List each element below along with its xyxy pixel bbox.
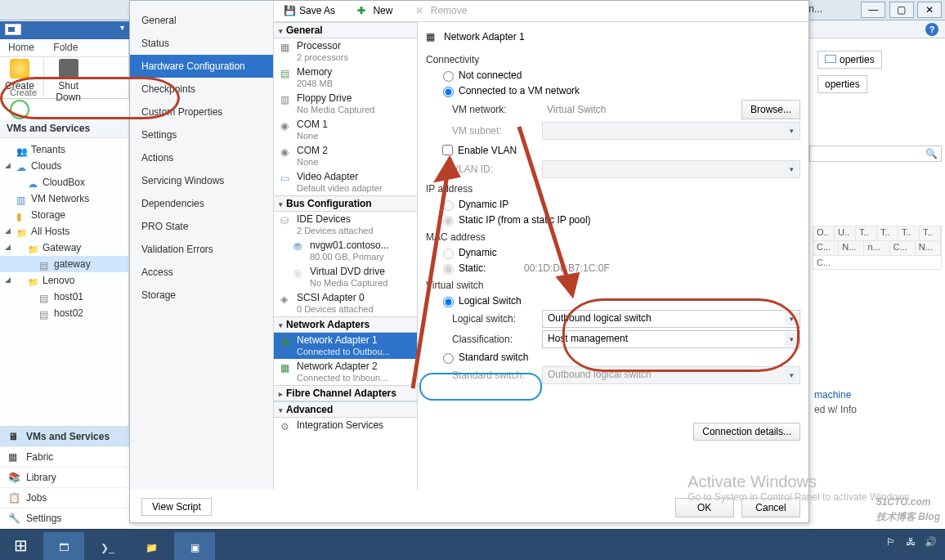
dlg-nav-servicing[interactable]: Servicing Windows (130, 169, 273, 192)
section-bus[interactable]: Bus Configuration (274, 195, 417, 212)
hw-integration[interactable]: Integration Services (274, 418, 417, 432)
expander-icon[interactable]: ◢ (5, 243, 11, 251)
tree-vmnetworks[interactable]: VM Networks (0, 190, 128, 207)
tree-gateway-group[interactable]: ◢Gateway (0, 240, 128, 256)
radio-not-connected[interactable] (443, 71, 454, 82)
label-not-connected: Not connected (459, 69, 522, 81)
bg-properties-button-2[interactable]: operties (817, 75, 867, 93)
dlg-nav-actions[interactable]: Actions (130, 146, 273, 169)
new-button[interactable]: New (351, 2, 399, 21)
dlg-nav-storage[interactable]: Storage (130, 284, 273, 307)
section-network[interactable]: Network Adapters (274, 316, 417, 333)
expander-icon[interactable]: ◢ (5, 226, 11, 235)
tray-flag-icon[interactable]: 🏳 (886, 536, 896, 548)
tree-host02[interactable]: host02 (0, 305, 128, 321)
section-advanced[interactable]: Advanced (274, 401, 417, 418)
nav-settings[interactable]: 🔧Settings (0, 508, 129, 529)
bg-text: ed w/ Info (809, 402, 945, 417)
tray-volume-icon[interactable]: 🔊 (925, 536, 937, 548)
dlg-nav-hardware[interactable]: Hardware Configuration (130, 55, 273, 78)
nav-fabric[interactable]: ▦Fabric (0, 447, 129, 468)
hw-nic2[interactable]: Network Adapter 2Connected to Inboun... (274, 359, 417, 385)
check-enable-vlan[interactable] (442, 145, 453, 155)
view-script-button[interactable]: View Script (141, 498, 212, 516)
hw-nic1[interactable]: Network Adapter 1Connected to Outbou... (274, 333, 417, 359)
dlg-nav-general[interactable]: General (130, 9, 273, 32)
scsi-icon (280, 293, 293, 307)
ribbon-tab-folder[interactable]: Folde (45, 39, 86, 56)
start-button[interactable] (0, 530, 41, 560)
bg-link-machine[interactable]: machine (809, 388, 945, 402)
nav-library[interactable]: 📚Library (0, 468, 129, 488)
nic-icon (280, 362, 293, 375)
nav-jobs[interactable]: 📋Jobs (0, 488, 129, 508)
tree-clouds[interactable]: ◢Clouds (0, 158, 128, 174)
hw-com1[interactable]: COM 1None (274, 117, 417, 143)
ribbon: Home Folde Create Shut Down Power On Cre… (0, 39, 129, 99)
close-button[interactable]: ✕ (917, 2, 942, 18)
radio-logical-switch[interactable] (443, 297, 454, 307)
label-enable-vlan: Enable VLAN (458, 145, 517, 156)
label-logical-switch: Logical switch: (452, 313, 542, 325)
chevron-down-icon[interactable]: ▾ (785, 333, 798, 346)
dlg-nav-checkpoints[interactable]: Checkpoints (130, 78, 273, 101)
expander-icon[interactable]: ◢ (5, 276, 11, 284)
tree-cloudbox[interactable]: CloudBox (0, 174, 128, 190)
combo-logical-switch[interactable]: Outbound logical switch▾ (542, 310, 800, 328)
ribbon-tab-home[interactable]: Home (0, 39, 43, 56)
hw-com2[interactable]: COM 2None (274, 143, 417, 169)
dlg-nav-custom[interactable]: Custom Properties (130, 101, 273, 123)
hw-processor[interactable]: Processor2 processors (274, 38, 417, 65)
tray-network-icon[interactable]: 🖧 (906, 536, 916, 548)
dlg-nav-deps[interactable]: Dependencies (130, 192, 273, 215)
taskbar-vmm[interactable]: ▣ (174, 532, 215, 560)
chevron-down-icon: ▾ (785, 163, 798, 176)
section-fibre[interactable]: Fibre Channel Adapters (274, 385, 417, 401)
dlg-nav-valerr[interactable]: Validation Errors (130, 238, 273, 261)
combo-classification[interactable]: Host management▾ (542, 330, 800, 348)
nav-vms[interactable]: 🖥VMs and Services (0, 427, 129, 447)
hw-ide[interactable]: IDE Devices2 Devices attached (274, 212, 417, 238)
taskbar-server-manager[interactable]: 🗔 (43, 532, 84, 560)
hw-dvd[interactable]: Virtual DVD driveNo Media Captured (274, 264, 417, 290)
hw-memory[interactable]: Memory2048 MB (274, 65, 417, 91)
ok-button[interactable]: OK (675, 498, 734, 517)
hw-floppy[interactable]: Floppy DriveNo Media Captured (274, 91, 417, 117)
save-as-button[interactable]: Save As (277, 2, 342, 21)
connection-details-button[interactable]: Connection details... (693, 423, 800, 441)
radio-dynamic-mac (443, 249, 454, 259)
dlg-nav-pro[interactable]: PRO State (130, 215, 273, 238)
hw-video[interactable]: Video AdapterDefault video adapter (274, 169, 417, 195)
tree-storage[interactable]: Storage (0, 207, 128, 223)
ribbon-shutdown[interactable]: Shut Down (49, 57, 88, 98)
tree-host01[interactable]: host01 (0, 289, 128, 305)
chevron-down-icon[interactable]: ▾ (785, 312, 798, 325)
host-icon (39, 260, 51, 270)
tree-lenovo-group[interactable]: ◢Lenovo (0, 272, 128, 289)
bg-search[interactable]: 🔍 (809, 146, 942, 162)
hw-hdd[interactable]: nvgw01.contoso...80.00 GB, Primary (274, 238, 417, 264)
dlg-nav-access[interactable]: Access (130, 261, 273, 284)
radio-standard-switch[interactable] (443, 353, 454, 364)
tree-allhosts[interactable]: ◢All Hosts (0, 223, 128, 240)
hw-scsi[interactable]: SCSI Adapter 00 Devices attached (274, 290, 417, 316)
library-icon: 📚 (8, 472, 21, 483)
tree-tenants[interactable]: Tenants (0, 141, 128, 158)
browse-button[interactable]: Browse... (741, 100, 800, 119)
dlg-nav-status[interactable]: Status (130, 32, 273, 55)
expander-icon[interactable]: ◢ (5, 161, 11, 169)
bg-properties-button-1[interactable]: operties (817, 51, 882, 69)
tree-gateway-host[interactable]: gateway (0, 256, 128, 272)
minimize-button[interactable]: — (861, 2, 885, 18)
dlg-nav-settings[interactable]: Settings (130, 123, 273, 146)
taskbar-explorer[interactable]: 📁 (131, 532, 172, 560)
system-tray[interactable]: 🏳 🖧 🔊 (883, 536, 940, 548)
help-icon[interactable]: ? (925, 23, 938, 36)
taskbar-powershell[interactable]: ❯_ (87, 532, 128, 560)
section-general[interactable]: General (274, 22, 417, 38)
app-menu[interactable]: ▾ (0, 21, 129, 39)
maximize-button[interactable]: ▢ (889, 2, 914, 18)
radio-connected-vm[interactable] (443, 87, 454, 97)
cancel-button[interactable]: Cancel (741, 498, 800, 517)
taskbar[interactable]: 🗔 ❯_ 📁 ▣ 🏳 🖧 🔊 (0, 529, 945, 560)
